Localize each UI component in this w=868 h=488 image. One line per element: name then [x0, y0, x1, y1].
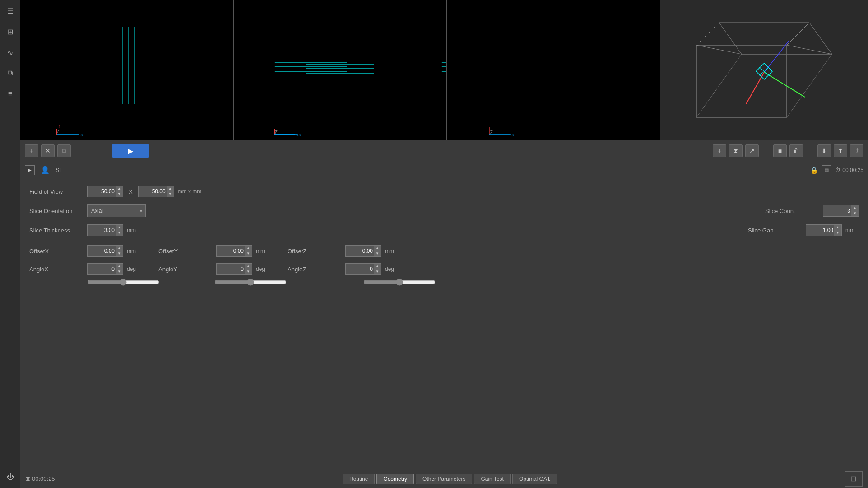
slice-thickness-unit: mm — [127, 227, 140, 233]
layers-icon[interactable]: ⧉ — [4, 67, 17, 79]
offset-y-spinner[interactable]: ▲ ▼ — [245, 246, 252, 256]
svg-text:↑: ↑ — [59, 124, 61, 129]
slice-count-label: Slice Count — [765, 208, 819, 214]
toolbar: + ✕ ⧉ ▶ + ⧗ ↗ ■ 🗑 ⬇ ⬆ ⤴ — [20, 140, 868, 162]
slice-orientation-dropdown[interactable]: Axial Sagittal Coronal ▾ — [87, 204, 146, 217]
slice-count-spinner[interactable]: ▲ ▼ — [851, 205, 859, 216]
document-icon[interactable]: ≡ — [4, 88, 17, 100]
svg-marker-29 — [719, 23, 832, 54]
fov-label: Field of View — [29, 188, 84, 195]
main-content: Z X ↑ Z — [20, 0, 868, 488]
seq-play-button[interactable]: ▶ — [25, 165, 35, 175]
svg-text:Z: Z — [57, 129, 60, 134]
stack-button[interactable]: ⧗ — [729, 144, 743, 157]
slice-count-down[interactable]: ▼ — [851, 211, 859, 216]
grid-icon[interactable]: ⊞ — [4, 25, 17, 38]
viewport-1: Z X ↑ — [20, 0, 234, 140]
add-button[interactable]: + — [25, 144, 38, 157]
svg-line-44 — [696, 23, 719, 45]
slice-gap-up[interactable]: ▲ — [834, 225, 841, 230]
sidebar: ☰ ⊞ ∿ ⧉ ≡ ⏻ — [0, 0, 20, 488]
angle-x-down[interactable]: ▼ — [116, 269, 123, 274]
angle-x-up[interactable]: ▲ — [116, 264, 123, 269]
slice-thickness-down[interactable]: ▼ — [116, 230, 123, 236]
export-button[interactable]: ⤴ — [850, 144, 863, 157]
power-icon[interactable]: ⏻ — [4, 471, 17, 483]
fov-x-spinner[interactable]: ▲ ▼ — [116, 186, 123, 197]
play-button[interactable]: ▶ — [112, 144, 149, 158]
download-button[interactable]: ⬇ — [817, 144, 831, 157]
angle-y-unit: deg — [256, 266, 269, 272]
tab-gain-test[interactable]: Gain Test — [474, 474, 510, 484]
svg-line-36 — [719, 23, 742, 54]
fov-x-down[interactable]: ▼ — [116, 191, 123, 197]
angle-z-unit: deg — [385, 266, 399, 272]
slice-gap-label: Slice Gap — [748, 227, 802, 234]
menu-icon[interactable]: ☰ — [4, 5, 17, 17]
offset-x-spinner[interactable]: ▲ ▼ — [116, 246, 123, 256]
slice-gap-unit: mm — [845, 227, 859, 233]
tab-geometry[interactable]: Geometry — [376, 474, 414, 484]
slice-count-up[interactable]: ▲ — [851, 205, 859, 211]
offset-y-up[interactable]: ▲ — [245, 246, 252, 251]
upload-button[interactable]: ⬆ — [834, 144, 847, 157]
slice-gap-spinner[interactable]: ▲ ▼ — [834, 225, 841, 236]
slice-thickness-input-wrap: ▲ ▼ — [87, 224, 123, 236]
slice-orientation-select[interactable]: Axial Sagittal Coronal — [87, 204, 146, 217]
angle-z-up[interactable]: ▲ — [374, 264, 381, 269]
fov-y-down[interactable]: ▼ — [167, 191, 174, 197]
offset-z-spinner[interactable]: ▲ ▼ — [374, 246, 381, 256]
slice-thickness-spinner[interactable]: ▲ ▼ — [116, 225, 123, 236]
angle-y-spinner[interactable]: ▲ ▼ — [245, 264, 252, 274]
svg-text:X: X — [511, 133, 514, 137]
slice-thickness-up[interactable]: ▲ — [116, 225, 123, 230]
offset-x-up[interactable]: ▲ — [116, 246, 123, 251]
sequence-name: SE — [56, 167, 807, 173]
angle-x-slider[interactable] — [87, 279, 159, 286]
tab-routine[interactable]: Routine — [343, 474, 375, 484]
angle-y-up[interactable]: ▲ — [245, 264, 252, 269]
seq-grid-button[interactable]: ▦ — [822, 165, 831, 175]
viewport-3: Z X — [447, 0, 660, 140]
copy-button[interactable]: ⧉ — [57, 144, 71, 157]
play-icon: ▶ — [128, 147, 133, 155]
fov-y-input-wrap: 50.00 ▲ ▼ — [138, 186, 174, 197]
slice-count-input-wrap: ▲ ▼ — [823, 205, 859, 217]
svg-line-42 — [696, 45, 742, 54]
offset-z-unit: mm — [385, 248, 399, 254]
svg-line-34 — [696, 54, 742, 117]
offset-y-unit: mm — [256, 248, 269, 254]
fov-y-spinner[interactable]: ▲ ▼ — [167, 186, 174, 197]
lock-icon[interactable]: 🔒 — [810, 167, 818, 174]
close-button[interactable]: ✕ — [41, 144, 55, 157]
angle-z-input-wrap: ▲ ▼ — [345, 263, 381, 275]
angle-y-slider[interactable] — [214, 279, 287, 286]
tab-other-parameters[interactable]: Other Parameters — [416, 474, 472, 484]
bottom-bar: ⧗ 00:00:25 Routine Geometry Other Parame… — [20, 469, 868, 488]
stop-button[interactable]: ■ — [773, 144, 787, 157]
offset-z-input-wrap: ▲ ▼ — [345, 245, 381, 257]
angle-x-input-wrap: ▲ ▼ — [87, 263, 123, 275]
offset-y-down[interactable]: ▼ — [245, 251, 252, 256]
trash-button[interactable]: 🗑 — [789, 144, 803, 157]
arrow-button[interactable]: ↗ — [745, 144, 759, 157]
tab-optimal-ga1[interactable]: Optimal GA1 — [512, 474, 557, 484]
angle-x-spinner[interactable]: ▲ ▼ — [116, 264, 123, 274]
add2-button[interactable]: + — [713, 144, 726, 157]
offset-z-up[interactable]: ▲ — [374, 246, 381, 251]
angle-z-down[interactable]: ▼ — [374, 269, 381, 274]
offset-x-down[interactable]: ▼ — [116, 251, 123, 256]
angle-z-spinner[interactable]: ▲ ▼ — [374, 264, 381, 274]
angle-y-down[interactable]: ▼ — [245, 269, 252, 274]
angle-z-slider[interactable] — [363, 279, 436, 286]
slice-gap-down[interactable]: ▼ — [834, 230, 841, 236]
offset-z-down[interactable]: ▼ — [374, 251, 381, 256]
corner-icon: ⊡ — [850, 474, 856, 483]
offset-y-input-wrap: ▲ ▼ — [216, 245, 252, 257]
fov-y-up[interactable]: ▲ — [167, 186, 174, 191]
svg-line-35 — [809, 23, 832, 54]
svg-line-43 — [787, 45, 832, 54]
fov-x-up[interactable]: ▲ — [116, 186, 123, 191]
wave-icon[interactable]: ∿ — [4, 46, 17, 59]
offset-x-input-wrap: ▲ ▼ — [87, 245, 123, 257]
